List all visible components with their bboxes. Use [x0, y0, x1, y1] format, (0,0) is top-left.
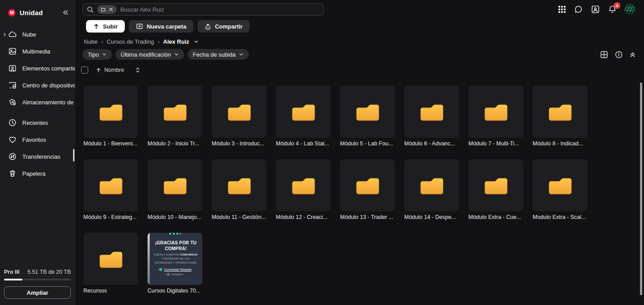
- trash-icon: [8, 169, 17, 178]
- new-folder-button[interactable]: Nueva carpeta: [129, 20, 193, 33]
- item-name: Módulo 6 - Advanc...: [404, 140, 459, 147]
- item-name: Módulo 10 - Manejo...: [148, 214, 202, 221]
- sidebar-item-centro-de-dispositivos[interactable]: Centro de dispositivos: [0, 77, 75, 94]
- chevron-down-icon[interactable]: [194, 39, 199, 44]
- search-scope-chip[interactable]: [97, 5, 117, 14]
- search-bar[interactable]: [82, 3, 324, 16]
- thumbnail-title: ¡GRACIAS POR TU COMPRA!: [148, 240, 202, 251]
- folder-icon: [483, 175, 509, 196]
- folder-card[interactable]: [83, 86, 138, 138]
- sidebar-item-almacenamiento-de-objetos[interactable]: Almacenamiento de objetos: [0, 94, 75, 111]
- image-thumbnail-card[interactable]: ¡GRACIAS POR TU COMPRA! ÚNETE A NUESTRA …: [148, 233, 202, 285]
- sort-toggle-icon[interactable]: [135, 67, 140, 73]
- filter-chip-fecha-de-subida[interactable]: Fecha de subida: [188, 49, 249, 60]
- select-all-checkbox[interactable]: [81, 66, 88, 74]
- item-name: Módulo 1 - Bienveni...: [83, 140, 138, 147]
- folder-card[interactable]: [83, 233, 138, 285]
- breadcrumb-current[interactable]: Alex Ruiz: [163, 38, 189, 45]
- clock-icon: [8, 118, 17, 127]
- folder-icon: [547, 175, 573, 196]
- expand-chevron-icon[interactable]: [3, 33, 7, 37]
- plan-name: Pro III: [4, 269, 20, 275]
- topbar-icons: 4 CURSOSDIGITALES: [558, 4, 636, 15]
- mega-logo-icon[interactable]: M: [8, 9, 16, 16]
- sidebar-item-label: Recientes: [22, 120, 48, 126]
- folder-card[interactable]: [340, 159, 395, 211]
- chevron-down-icon: [102, 52, 107, 57]
- folder-card[interactable]: [468, 86, 523, 138]
- close-icon[interactable]: [109, 7, 113, 12]
- folder-card[interactable]: [468, 159, 523, 211]
- grid-item: Módulo 4 - Lab Stat...: [276, 86, 331, 147]
- grid-item: Módulo 11 - Gestión...: [212, 159, 267, 221]
- toolbar: Subir Nueva carpeta Compartir: [86, 20, 644, 33]
- grid-item: Módulo 1 - Bienveni...: [83, 86, 138, 147]
- item-name: Módulo 12 - Creaci...: [276, 214, 331, 221]
- sidebar-item-favoritos[interactable]: Favoritos: [0, 131, 75, 148]
- grid-view-icon[interactable]: [600, 50, 608, 59]
- notifications-bell-icon[interactable]: 4: [607, 4, 617, 14]
- main-area: 4 CURSOSDIGITALES Subir Nueva carpeta Co…: [75, 0, 644, 305]
- folder-icon: [98, 248, 124, 269]
- grid-item: Módulo 2 - Inicio Tr...: [148, 86, 202, 147]
- folder-card[interactable]: [212, 86, 267, 138]
- sidebar-item-recientes[interactable]: Recientes: [0, 114, 75, 131]
- item-name: Módulo 11 - Gestión...: [212, 214, 267, 221]
- collapse-all-icon[interactable]: [629, 51, 636, 58]
- file-grid: Módulo 1 - Bienveni... Módulo 2 - Inicio…: [83, 86, 644, 294]
- item-name: Módulo 3 - Introduc...: [212, 140, 267, 147]
- search-input[interactable]: [120, 6, 320, 13]
- folder-card[interactable]: [533, 86, 587, 138]
- folder-card[interactable]: [533, 159, 587, 211]
- storage-bar: [4, 279, 71, 280]
- folder-card[interactable]: [212, 159, 267, 211]
- folder-card[interactable]: [148, 86, 202, 138]
- search-icon: [87, 6, 94, 13]
- folder-card[interactable]: [340, 86, 395, 138]
- chat-icon[interactable]: [574, 4, 583, 14]
- sidebar-item-papelera[interactable]: Papelera: [0, 165, 75, 182]
- folder-icon: [162, 101, 188, 122]
- sidebar-item-nube[interactable]: Nube: [0, 26, 75, 43]
- folder-icon: [483, 101, 509, 122]
- filter-chip-ultima-modificacion[interactable]: Última modificación: [115, 49, 184, 60]
- filter-chip-tipo[interactable]: Tipo: [82, 49, 112, 60]
- sidebar-scrollbar[interactable]: [73, 149, 74, 161]
- contacts-icon[interactable]: [591, 4, 600, 14]
- storage-usage: 5.51 TB de 20 TB: [27, 269, 71, 275]
- item-name: Módulo 13 - Trader ...: [340, 214, 395, 221]
- sort-ascending-icon[interactable]: [96, 67, 101, 73]
- item-name: Módulo 7 - Multi-Ti...: [468, 140, 523, 147]
- sidebar-item-label: Almacenamiento de objetos: [22, 99, 75, 106]
- apps-grid-icon[interactable]: [558, 5, 566, 14]
- image-icon: [8, 47, 17, 56]
- folder-card[interactable]: [276, 159, 331, 211]
- breadcrumb-parent[interactable]: Cursos de Trading: [107, 38, 154, 45]
- folder-card[interactable]: [148, 159, 202, 211]
- folder-card[interactable]: [404, 159, 459, 211]
- info-icon[interactable]: [615, 50, 623, 59]
- upgrade-button[interactable]: Ampliar: [4, 286, 71, 299]
- folder-card[interactable]: [404, 86, 459, 138]
- item-name: Cursos Digitales 70...: [148, 288, 202, 294]
- sidebar-collapse-icon[interactable]: [62, 9, 69, 16]
- telegram-link-row: Comunidad Telegram: [148, 268, 202, 272]
- sidebar-item-elementos-compartidos[interactable]: Elementos compartidos: [0, 60, 75, 77]
- breadcrumb-root[interactable]: Nube: [84, 38, 98, 45]
- sidebar-item-label: Favoritos: [22, 136, 46, 143]
- grid-item: Módulo 3 - Introduc...: [212, 86, 267, 147]
- sidebar-item-multimedia[interactable]: Multimedia: [0, 43, 75, 60]
- storage-plan: Pro III 5.51 TB de 20 TB Ampliar: [0, 269, 75, 305]
- avatar[interactable]: CURSOSDIGITALES: [624, 4, 636, 15]
- folder-icon: [419, 101, 445, 122]
- folder-card[interactable]: [83, 159, 138, 211]
- vertical-scrollbar[interactable]: [640, 82, 642, 295]
- thumbnail-partial-logo: [169, 233, 181, 235]
- share-button[interactable]: Compartir: [197, 20, 250, 33]
- folder-icon: [226, 175, 252, 196]
- thumbnail-edge-highlight: [148, 233, 150, 285]
- sort-field-label[interactable]: Nombre: [104, 67, 124, 73]
- folder-card[interactable]: [276, 86, 331, 138]
- sidebar-item-transferencias[interactable]: Transferencias: [0, 148, 75, 165]
- upload-button[interactable]: Subir: [86, 20, 125, 33]
